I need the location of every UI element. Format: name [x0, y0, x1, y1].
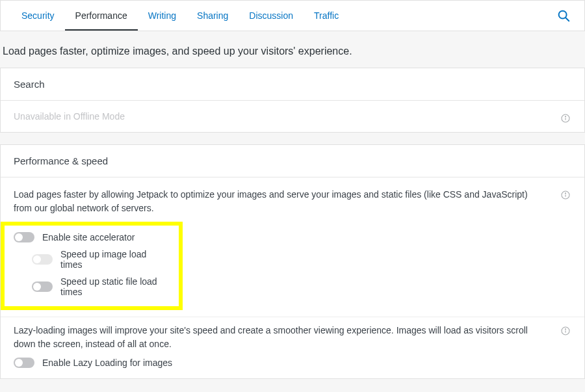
search-icon[interactable] [553, 5, 574, 26]
svg-point-4 [565, 116, 566, 117]
tab-security[interactable]: Security [11, 1, 65, 30]
toggle-label-images: Speed up image load times [60, 249, 170, 270]
svg-point-10 [565, 329, 566, 330]
toggle-speed-static[interactable] [32, 281, 53, 292]
toggle-lazy-loading[interactable] [14, 358, 34, 368]
tab-sharing[interactable]: Sharing [187, 1, 239, 30]
performance-card: Performance & speed Load pages faster by… [0, 144, 585, 379]
info-icon[interactable] [560, 189, 571, 201]
divider [1, 317, 584, 317]
toggle-row-static: Speed up static file load times [32, 276, 170, 297]
toggle-enable-accelerator[interactable] [14, 232, 34, 242]
tab-traffic[interactable]: Traffic [304, 1, 349, 30]
info-icon[interactable] [560, 325, 571, 337]
accelerator-description: Load pages faster by allowing Jetpack to… [14, 188, 571, 215]
toggle-row-accelerator: Enable site accelerator [14, 232, 170, 242]
svg-point-7 [565, 193, 566, 194]
info-icon[interactable] [560, 112, 571, 124]
search-unavailable-text: Unavailable in Offline Mode [14, 111, 571, 122]
toggle-label-static: Speed up static file load times [60, 276, 170, 297]
toggle-label-accelerator: Enable site accelerator [42, 232, 135, 242]
performance-card-title: Performance & speed [1, 145, 584, 177]
toggle-speed-images[interactable] [32, 254, 53, 265]
toggle-row-lazy: Enable Lazy Loading for images [14, 358, 571, 368]
tab-writing[interactable]: Writing [138, 1, 187, 30]
search-card-title: Search [1, 68, 584, 101]
toggle-label-lazy: Enable Lazy Loading for images [42, 358, 172, 368]
settings-tabs: Security Performance Writing Sharing Dis… [0, 0, 585, 31]
lazy-description: Lazy-loading images will improve your si… [14, 324, 571, 351]
page-intro: Load pages faster, optimize images, and … [0, 31, 585, 68]
search-card: Search Unavailable in Offline Mode [0, 68, 585, 133]
svg-line-1 [566, 18, 569, 21]
toggle-row-images: Speed up image load times [32, 249, 170, 270]
accelerator-highlight: Enable site accelerator Speed up image l… [1, 222, 183, 310]
tab-performance[interactable]: Performance [65, 1, 138, 30]
tab-discussion[interactable]: Discussion [239, 1, 304, 30]
